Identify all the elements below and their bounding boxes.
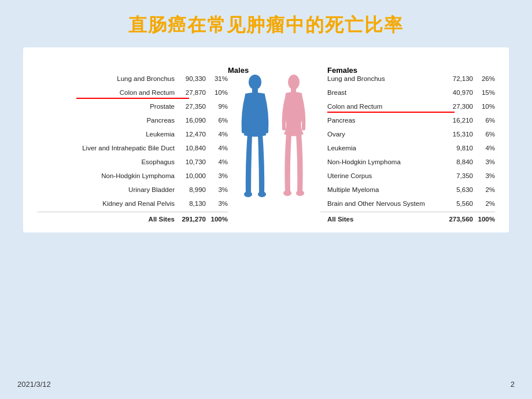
females-row-num: 9,810 <box>446 145 476 152</box>
females-row-pct: 6% <box>476 117 495 124</box>
males-row-pct: 3% <box>209 172 228 179</box>
males-row-num: 291,270 <box>179 216 209 223</box>
males-table: Lung and Bronchus90,33031%Colon and Rect… <box>37 72 228 226</box>
males-row-name: Colon and Rectum <box>37 89 179 96</box>
females-row-num: 40,970 <box>446 89 476 96</box>
males-row-name: Non-Hodgkin Lymphoma <box>37 172 179 179</box>
males-row-num: 10,730 <box>179 158 209 165</box>
females-row-pct: 2% <box>476 200 495 207</box>
females-table: Lung and Bronchus72,13026%Breast40,97015… <box>320 72 495 226</box>
females-row-num: 72,130 <box>446 75 476 82</box>
males-row-name: Urinary Bladder <box>37 186 179 193</box>
females-table-row: Pancreas16,2106% <box>320 113 495 127</box>
males-table-row: Lung and Bronchus90,33031% <box>37 72 228 86</box>
females-row-name: All Sites <box>320 216 446 223</box>
females-table-row: Brain and Other Nervous System5,5602% <box>320 197 495 210</box>
svg-point-0 <box>249 75 261 90</box>
males-row-pct: 4% <box>209 158 228 165</box>
males-row-pct: 3% <box>209 200 228 207</box>
females-table-row: All Sites273,560100% <box>320 212 495 226</box>
females-table-row: Lung and Bronchus72,13026% <box>320 72 495 86</box>
males-colon-underline <box>76 98 189 99</box>
females-row-num: 27,300 <box>446 103 476 110</box>
females-row-num: 8,840 <box>446 158 476 165</box>
svg-point-3 <box>258 191 266 197</box>
females-table-row: Colon and Rectum27,30010% <box>320 99 495 113</box>
females-table-row: Non-Hodgkin Lymphoma8,8403% <box>320 155 495 169</box>
males-row-name: All Sites <box>37 216 179 223</box>
females-row-name: Ovary <box>320 131 446 138</box>
svg-point-4 <box>288 75 300 90</box>
males-row-name: Lung and Bronchus <box>37 75 179 82</box>
females-row-name: Brain and Other Nervous System <box>320 200 446 207</box>
females-table-row: Leukemia9,8104% <box>320 141 495 155</box>
males-row-num: 10,840 <box>179 145 209 152</box>
males-row-name: Leukemia <box>37 131 179 138</box>
svg-point-6 <box>283 190 291 196</box>
males-row-pct: 9% <box>209 103 228 110</box>
males-row-pct: 6% <box>209 117 228 124</box>
males-row-pct: 4% <box>209 131 228 138</box>
males-row-num: 12,470 <box>179 131 209 138</box>
males-row-num: 27,870 <box>179 89 209 96</box>
females-row-name: Multiple Myeloma <box>320 186 446 193</box>
page-title: 直肠癌在常见肿瘤中的死亡比率 <box>0 0 532 47</box>
females-table-row: Uterine Corpus7,3503% <box>320 169 495 183</box>
males-row-pct: 3% <box>209 186 228 193</box>
females-row-num: 16,210 <box>446 117 476 124</box>
females-row-num: 7,350 <box>446 172 476 179</box>
females-row-name: Colon and Rectum <box>320 103 446 110</box>
males-row-num: 10,000 <box>179 172 209 179</box>
males-row-num: 8,130 <box>179 200 209 207</box>
females-colon-underline <box>327 112 455 113</box>
males-table-row: Pancreas16,0906% <box>37 113 228 127</box>
males-row-pct: 100% <box>209 216 228 223</box>
females-table-row: Ovary15,3106% <box>320 127 495 141</box>
females-row-pct: 26% <box>476 75 495 82</box>
males-row-name: Pancreas <box>37 117 179 124</box>
females-row-pct: 10% <box>476 103 495 110</box>
females-row-name: Lung and Bronchus <box>320 75 446 82</box>
females-row-num: 273,560 <box>446 216 476 223</box>
males-table-row: Esophagus10,7304% <box>37 155 228 169</box>
females-row-pct: 4% <box>476 145 495 152</box>
females-row-name: Leukemia <box>320 145 446 152</box>
male-figure-icon <box>239 72 271 222</box>
males-row-pct: 10% <box>209 89 228 96</box>
svg-point-7 <box>296 190 304 196</box>
males-table-row: Urinary Bladder8,9903% <box>37 183 228 197</box>
males-table-row: Kidney and Renal Pelvis8,1303% <box>37 197 228 210</box>
females-row-num: 15,310 <box>446 131 476 138</box>
females-table-row: Breast40,97015% <box>320 86 495 99</box>
females-row-pct: 2% <box>476 186 495 193</box>
males-table-row: Leukemia12,4704% <box>37 127 228 141</box>
males-row-pct: 31% <box>209 75 228 82</box>
females-row-name: Pancreas <box>320 117 446 124</box>
females-row-pct: 100% <box>476 216 495 223</box>
males-table-row: Liver and Intrahepatic Bile Duct10,8404% <box>37 141 228 155</box>
female-figure-icon <box>278 72 310 222</box>
females-row-pct: 6% <box>476 131 495 138</box>
females-row-pct: 15% <box>476 89 495 96</box>
males-row-num: 8,990 <box>179 186 209 193</box>
males-row-name: Liver and Intrahepatic Bile Duct <box>37 145 179 152</box>
females-row-pct: 3% <box>476 158 495 165</box>
males-table-row: Prostate27,3509% <box>37 99 228 113</box>
females-row-pct: 3% <box>476 172 495 179</box>
females-row-name: Non-Hodgkin Lymphoma <box>320 158 446 165</box>
males-row-num: 90,330 <box>179 75 209 82</box>
males-table-row: All Sites291,270100% <box>37 212 228 226</box>
males-row-num: 27,350 <box>179 103 209 110</box>
footer-date: 2021/3/12 <box>17 380 51 389</box>
males-row-name: Kidney and Renal Pelvis <box>37 200 179 207</box>
figure-area <box>228 72 320 226</box>
females-row-num: 5,560 <box>446 200 476 207</box>
females-row-name: Uterine Corpus <box>320 172 446 179</box>
males-row-name: Prostate <box>37 103 179 110</box>
page-number: 2 <box>511 380 515 389</box>
females-row-num: 5,630 <box>446 186 476 193</box>
males-row-num: 16,090 <box>179 117 209 124</box>
content-box: Males Females Lung and Bronchus90,33031%… <box>23 47 509 232</box>
svg-point-2 <box>244 191 252 197</box>
males-row-pct: 4% <box>209 145 228 152</box>
